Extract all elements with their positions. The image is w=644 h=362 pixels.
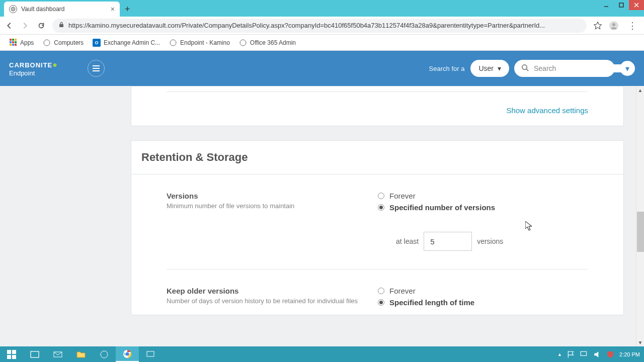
svg-point-7 <box>612 23 615 26</box>
caret-down-icon: ▾ <box>498 64 501 72</box>
svg-rect-23 <box>581 351 586 355</box>
versions-label: Versions <box>167 192 378 200</box>
svg-point-21 <box>126 352 129 355</box>
logo: CARBONITE● Endpoint <box>9 60 57 77</box>
vertical-scrollbar[interactable]: ▲ ▼ <box>636 86 644 346</box>
keep-forever-radio[interactable]: Forever <box>378 287 588 295</box>
taskbar-app1[interactable] <box>93 346 116 362</box>
svg-line-12 <box>526 69 528 71</box>
settings-card-top: Show advanced settings <box>131 86 624 126</box>
taskbar-mail[interactable] <box>46 346 69 362</box>
search-icon <box>521 64 529 73</box>
bookmark-label: Office 365 Admin <box>250 39 296 46</box>
start-button[interactable] <box>0 346 23 362</box>
forward-button[interactable] <box>20 21 30 31</box>
exchange-bookmark[interactable]: O Exchange Admin C... <box>90 37 163 49</box>
keep-desc: Number of days of version history to be … <box>167 297 378 305</box>
address-bar: https://kamino.mysecuredatavault.com/Pri… <box>0 17 644 35</box>
svg-rect-1 <box>619 3 623 7</box>
back-button[interactable] <box>4 21 14 31</box>
tab-close-icon[interactable]: × <box>111 5 115 13</box>
scroll-up-icon[interactable]: ▲ <box>636 86 644 94</box>
browser-tab[interactable]: Vault dashboard × <box>4 2 120 17</box>
apps-label: Apps <box>20 39 34 46</box>
globe-icon <box>169 39 177 47</box>
radio-label: Specified length of time <box>389 298 474 307</box>
svg-rect-14 <box>12 350 16 354</box>
search-for-label: Search for a <box>429 65 465 72</box>
new-tab-button[interactable]: + <box>120 2 135 17</box>
globe-icon <box>43 39 51 47</box>
browser-menu-button[interactable]: ⋮ <box>625 20 640 31</box>
taskbar-files[interactable] <box>69 346 93 362</box>
globe-icon <box>239 39 247 47</box>
reload-button[interactable] <box>36 21 46 31</box>
atleast-label: at least <box>396 237 419 245</box>
brand-dot-icon: ● <box>52 60 57 69</box>
apps-bookmark[interactable]: Apps <box>6 37 37 49</box>
divider <box>167 92 588 92</box>
computers-bookmark[interactable]: Computers <box>40 37 87 49</box>
star-icon[interactable] <box>593 21 603 31</box>
bookmark-label: Endpoint - Kamino <box>180 39 230 46</box>
tray-shield-icon[interactable] <box>606 350 614 358</box>
tab-strip: Vault dashboard × + <box>0 0 644 17</box>
search-box[interactable] <box>514 60 615 77</box>
versions-specified-radio[interactable]: Specified number of versions <box>378 203 588 212</box>
tray-volume-icon[interactable] <box>593 350 601 358</box>
svg-point-8 <box>44 40 50 46</box>
versions-count-input[interactable] <box>424 232 472 251</box>
versions-forever-radio[interactable]: Forever <box>378 192 588 200</box>
keep-specified-radio[interactable]: Specified length of time <box>378 298 588 307</box>
tray-up-icon[interactable]: ▲ <box>557 352 562 357</box>
scroll-down-icon[interactable]: ▼ <box>636 338 644 346</box>
taskbar-clock[interactable]: 2:20 PM <box>619 351 640 357</box>
radio-icon <box>378 193 384 199</box>
svg-rect-5 <box>59 24 63 27</box>
content-area: Show advanced settings Retention & Stora… <box>0 86 644 346</box>
svg-point-19 <box>101 351 108 358</box>
radio-label: Forever <box>389 287 416 295</box>
globe-icon <box>9 5 17 13</box>
radio-icon <box>378 288 384 294</box>
radio-label: Forever <box>389 192 416 200</box>
brand-name: CARBONITE <box>9 61 52 69</box>
radio-icon <box>378 299 384 306</box>
search-scope-dropdown[interactable]: User ▾ <box>470 60 509 77</box>
svg-rect-15 <box>7 355 11 359</box>
maximize-button[interactable] <box>614 0 629 10</box>
keep-label: Keep older versions <box>167 287 378 295</box>
radio-label: Specified number of versions <box>389 203 495 212</box>
tray-flag-icon[interactable] <box>567 350 575 358</box>
tray-network-icon[interactable] <box>580 350 588 358</box>
search-input[interactable] <box>534 64 622 72</box>
close-window-button[interactable] <box>629 0 644 10</box>
svg-point-10 <box>240 40 246 46</box>
retention-card: Retention & Storage Versions Minimum num… <box>131 140 624 315</box>
endpoint-bookmark[interactable]: Endpoint - Kamino <box>166 37 233 49</box>
scrollbar-thumb[interactable] <box>637 212 644 252</box>
svg-rect-17 <box>31 351 39 357</box>
taskbar-chrome[interactable] <box>116 346 139 362</box>
svg-point-11 <box>522 64 527 69</box>
scope-label: User <box>478 64 494 72</box>
profile-icon[interactable] <box>609 21 619 31</box>
versions-desc: Minimum number of file versions to maint… <box>167 202 378 210</box>
url-input[interactable]: https://kamino.mysecuredatavault.com/Pri… <box>52 19 587 33</box>
versions-unit-label: versions <box>477 237 503 245</box>
menu-toggle-button[interactable] <box>88 60 105 77</box>
svg-rect-13 <box>7 350 11 354</box>
minimize-button[interactable] <box>599 0 614 10</box>
taskbar-app2[interactable] <box>139 346 162 362</box>
lock-icon <box>58 22 64 29</box>
office-bookmark[interactable]: Office 365 Admin <box>236 37 299 49</box>
app-header: CARBONITE● Endpoint Search for a User ▾ … <box>0 51 644 86</box>
taskbar-explorer[interactable] <box>23 346 46 362</box>
bookmark-label: Computers <box>54 39 84 46</box>
header-dropdown-button[interactable]: ▾ <box>620 61 635 76</box>
retention-title: Retention & Storage <box>131 141 623 174</box>
hamburger-icon <box>93 65 100 71</box>
apps-icon <box>9 39 17 47</box>
show-advanced-link[interactable]: Show advanced settings <box>167 106 588 115</box>
svg-rect-22 <box>147 351 154 356</box>
